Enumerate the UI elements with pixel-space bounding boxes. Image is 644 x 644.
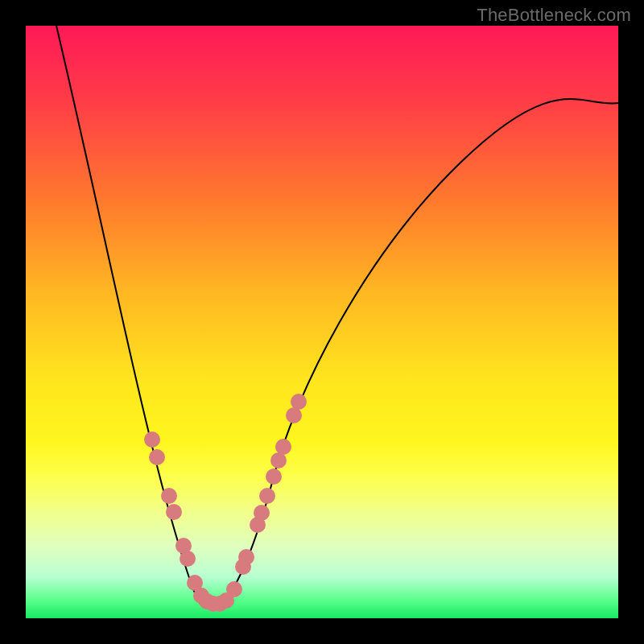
curve-dot — [238, 549, 254, 565]
plot-area — [26, 26, 618, 618]
curve-dot — [259, 488, 275, 504]
curve-svg — [26, 26, 618, 618]
curve-dot — [286, 407, 302, 423]
curve-dot — [144, 431, 160, 448]
curve-dot — [270, 452, 287, 469]
curve-dot — [226, 581, 242, 597]
curve-dot — [266, 469, 282, 485]
curve-dot — [180, 551, 196, 567]
bottleneck-curve — [56, 26, 618, 607]
highlight-dot-group — [144, 394, 307, 612]
curve-dot — [166, 504, 182, 520]
curve-dot — [161, 488, 177, 504]
curve-dot — [254, 505, 270, 521]
curve-dot — [291, 394, 307, 410]
chart-frame: TheBottleneck.com — [0, 0, 644, 644]
watermark-label: TheBottleneck.com — [477, 5, 631, 26]
curve-dot — [275, 439, 291, 455]
curve-dot — [149, 449, 165, 465]
